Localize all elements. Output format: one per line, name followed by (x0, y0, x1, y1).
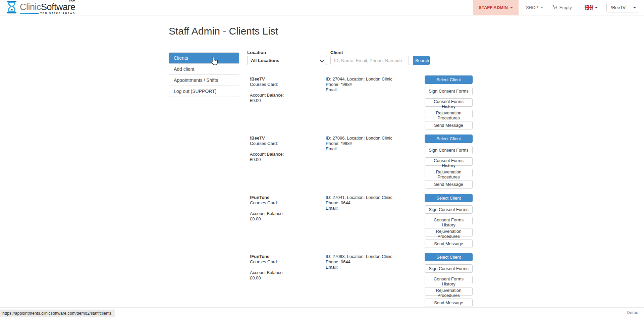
client-courses-card: Courses Card: (250, 259, 278, 265)
staff-admin-menu[interactable]: STAFF ADMIN (473, 0, 519, 15)
page: ClinicSoftware .com TEN STEPS AHEAD STAF… (0, 0, 644, 317)
page-title: Staff Admin - Clients List (169, 25, 278, 37)
cart-icon (552, 5, 557, 11)
consent-forms-history-button[interactable]: Consent Forms History (425, 157, 473, 166)
consent-forms-history-button[interactable]: Consent Forms History (425, 217, 473, 225)
client-row: !BeeTV Courses Card: Account Balance: £0… (0, 75, 644, 133)
client-courses-card: Courses Card: (250, 82, 278, 87)
client-email: Email: (326, 265, 338, 270)
sign-consent-forms-button[interactable]: Sign Consent Forms (425, 205, 473, 214)
client-courses-card: Courses Card: (250, 141, 278, 146)
user-dropdown-toggle[interactable] (630, 3, 639, 12)
brand-software: Software (41, 2, 75, 12)
select-client-button[interactable]: Select Client (425, 75, 473, 84)
cart-status-label: Empty (559, 5, 572, 10)
client-phone: Phone: *998# (326, 82, 352, 87)
client-account-balance-value: £0.00 (250, 157, 261, 162)
send-message-button[interactable]: Send Message (425, 121, 473, 129)
demo-link[interactable]: Demo (627, 310, 638, 315)
location-select[interactable]: All Locations (247, 56, 327, 65)
client-courses-card: Courses Card: (250, 200, 278, 206)
sidebar-item-add-client[interactable]: Add client (169, 63, 239, 74)
consent-forms-history-button[interactable]: Consent Forms History (425, 98, 473, 107)
client-account-balance-label: Account Balance: (250, 270, 284, 275)
uk-flag-icon (585, 5, 593, 10)
client-account-balance-label: Account Balance: (250, 152, 284, 157)
client-phone: Phone: 0644 (326, 259, 351, 265)
search-button[interactable]: Search (413, 56, 430, 65)
client-name: !FunTone (250, 254, 269, 259)
rejuvenation-procedures-button[interactable]: Rejuvenation Procedures (425, 169, 473, 177)
top-navbar: ClinicSoftware .com TEN STEPS AHEAD STAF… (0, 0, 644, 15)
brand-tagline: TEN STEPS AHEAD (40, 12, 75, 14)
select-client-button[interactable]: Select Client (425, 253, 473, 261)
shop-label: SHOP (526, 5, 538, 10)
sign-consent-forms-button[interactable]: Sign Consent Forms (425, 146, 473, 154)
hourglass-icon (6, 0, 17, 15)
client-id-location: ID: 27041, Location: London Clinic (326, 195, 392, 200)
location-label: Location (247, 50, 266, 55)
client-account-balance-label: Account Balance: (250, 93, 284, 98)
client-name: !FunTone (250, 195, 269, 200)
client-account-balance-value: £0.00 (250, 216, 261, 222)
client-email: Email: (326, 87, 338, 93)
chevron-down-icon (540, 7, 543, 8)
client-account-balance-value: £0.00 (250, 275, 261, 281)
brand-clinic: Clinic (20, 2, 41, 12)
client-account-balance-label: Account Balance: (250, 211, 284, 216)
language-selector[interactable] (585, 5, 598, 10)
select-client-button[interactable]: Select Client (425, 135, 473, 143)
client-phone: Phone: 0644 (326, 200, 351, 206)
client-row: !FunTone Courses Card: Account Balance: … (0, 253, 644, 310)
client-name: !BeeTV (250, 136, 265, 141)
chevron-down-icon (595, 7, 598, 8)
client-row: !FunTone Courses Card: Account Balance: … (0, 194, 644, 251)
client-email: Email: (326, 206, 338, 211)
client-name: !BeeTV (250, 76, 265, 82)
chevron-down-icon (510, 7, 513, 8)
client-id-location: ID: 27096, Location: London Clinic (326, 136, 392, 141)
location-select-wrap: All Locations (247, 56, 327, 65)
shop-menu[interactable]: SHOP (526, 5, 543, 10)
client-id-location: ID: 27093, Location: London Clinic (326, 254, 392, 259)
client-search-input[interactable] (330, 56, 409, 65)
sign-consent-forms-button[interactable]: Sign Consent Forms (425, 87, 473, 95)
client-phone: Phone: *998# (326, 141, 352, 146)
user-split-button: !BeeTV (606, 3, 639, 12)
send-message-button[interactable]: Send Message (425, 240, 473, 248)
select-client-button[interactable]: Select Client (425, 194, 473, 202)
send-message-button[interactable]: Send Message (425, 299, 473, 307)
rejuvenation-procedures-button[interactable]: Rejuvenation Procedures (425, 228, 473, 236)
browser-link-preview: https://appointments.clinicsoftware.com/… (0, 310, 115, 317)
title-divider (169, 44, 475, 44)
staff-admin-label: STAFF ADMIN (479, 5, 508, 10)
sidebar-item-clients[interactable]: Clients (169, 53, 239, 63)
send-message-button[interactable]: Send Message (425, 180, 473, 189)
consent-forms-history-button[interactable]: Consent Forms History (425, 276, 473, 284)
logo-wordmark: ClinicSoftware .com TEN STEPS AHEAD (20, 1, 75, 14)
client-row: !BeeTV Courses Card: Account Balance: £0… (0, 135, 644, 192)
clinicsoftware-logo[interactable]: ClinicSoftware .com TEN STEPS AHEAD (6, 0, 75, 15)
chevron-down-icon (633, 7, 636, 8)
current-user-button[interactable]: !BeeTV (606, 3, 630, 12)
rejuvenation-procedures-button[interactable]: Rejuvenation Procedures (425, 110, 473, 118)
client-email: Email: (326, 146, 338, 152)
cart-button[interactable]: Empty (552, 5, 572, 11)
tagline-rule (20, 13, 39, 14)
client-account-balance-value: £0.00 (250, 98, 261, 103)
client-search-label: Client (330, 50, 343, 55)
rejuvenation-procedures-button[interactable]: Rejuvenation Procedures (425, 287, 473, 296)
brand-tld: .com (68, 0, 75, 3)
client-id-location: ID: 27044, Location: London Clinic (326, 76, 392, 82)
sign-consent-forms-button[interactable]: Sign Consent Forms (425, 264, 473, 273)
